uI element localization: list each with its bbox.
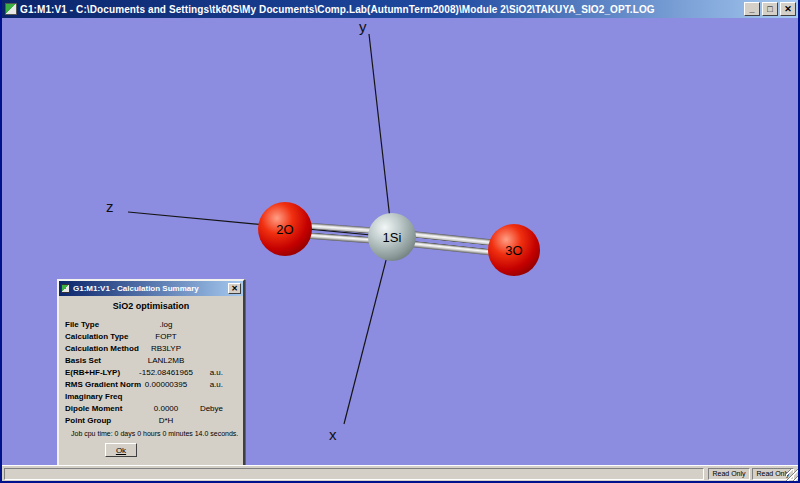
summary-row: File Type .log (65, 318, 237, 330)
close-icon[interactable]: ✕ (780, 2, 796, 16)
row-label: Point Group (65, 416, 137, 425)
summary-row: E(RB+HF-LYP) -152.08461965 a.u. (65, 366, 237, 378)
row-label: Calculation Method (65, 344, 137, 353)
summary-row: Point Group D*H (65, 414, 237, 426)
ok-button[interactable]: Ok (105, 443, 137, 457)
dialog-close-icon[interactable]: ✕ (228, 283, 241, 294)
summary-row: RMS Gradient Norm 0.00000395 a.u. (65, 378, 237, 390)
atom-o3-label: 3O (505, 243, 522, 258)
row-value: 0.00000395 (137, 380, 195, 389)
row-label: RMS Gradient Norm (65, 380, 137, 389)
summary-row: Calculation Type FOPT (65, 330, 237, 342)
row-value: FOPT (137, 332, 195, 341)
atom-si1-label: 1Si (383, 230, 402, 245)
y-axis-label: y (359, 18, 367, 35)
atom-o3[interactable]: 3O (488, 224, 540, 276)
row-label: Basis Set (65, 356, 137, 365)
row-value: LANL2MB (137, 356, 195, 365)
summary-row: Calculation Method RB3LYP (65, 342, 237, 354)
row-unit: a.u. (195, 380, 237, 389)
atom-si1[interactable]: 1Si (368, 213, 416, 261)
dialog-app-icon (61, 284, 70, 293)
row-label: Dipole Moment (65, 404, 137, 413)
row-label: Calculation Type (65, 332, 137, 341)
cpu-time-text: Job cpu time: 0 days 0 hours 0 minutes 1… (71, 430, 237, 437)
dialog-body: SiO2 optimisation File Type .log Calcula… (59, 296, 243, 465)
resize-grip[interactable] (786, 469, 798, 481)
dialog-title: G1:M1:V1 - Calculation Summary (73, 284, 228, 293)
app-icon (5, 3, 17, 15)
window-controls: _ □ ✕ (744, 2, 796, 16)
calculation-summary-dialog: G1:M1:V1 - Calculation Summary ✕ SiO2 op… (57, 279, 245, 465)
atom-o2-label: 2O (276, 222, 293, 237)
row-value: 0.0000 (137, 404, 195, 413)
statusbar: Read Only Read Only (2, 465, 798, 481)
read-only-badge-1: Read Only (708, 468, 750, 480)
window-title: G1:M1:V1 - C:\Documents and Settings\tk6… (20, 4, 740, 15)
titlebar: G1:M1:V1 - C:\Documents and Settings\tk6… (2, 0, 798, 18)
row-value: .log (137, 320, 195, 329)
row-label: File Type (65, 320, 137, 329)
row-value: -152.08461965 (137, 368, 195, 377)
summary-row: Imaginary Freq (65, 390, 237, 402)
atom-o2[interactable]: 2O (258, 202, 312, 256)
row-unit: a.u. (195, 368, 237, 377)
row-label: E(RB+HF-LYP) (65, 368, 137, 377)
row-value: RB3LYP (137, 344, 195, 353)
dialog-heading: SiO2 optimisation (65, 301, 237, 311)
minimize-icon[interactable]: _ (744, 2, 760, 16)
z-axis-label: z (106, 198, 114, 215)
maximize-icon[interactable]: □ (762, 2, 778, 16)
statusbar-message (4, 468, 704, 480)
row-unit: Debye (195, 404, 237, 413)
molecule-viewport[interactable]: y z x 2O 1Si 3O G1:M1:V1 - Calculation S… (2, 18, 798, 465)
x-axis-label: x (329, 426, 337, 443)
summary-row: Dipole Moment 0.0000 Debye (65, 402, 237, 414)
app-window: G1:M1:V1 - C:\Documents and Settings\tk6… (0, 0, 800, 483)
row-value: D*H (137, 416, 195, 425)
summary-row: Basis Set LANL2MB (65, 354, 237, 366)
dialog-titlebar[interactable]: G1:M1:V1 - Calculation Summary ✕ (59, 281, 243, 296)
row-label: Imaginary Freq (65, 392, 137, 401)
